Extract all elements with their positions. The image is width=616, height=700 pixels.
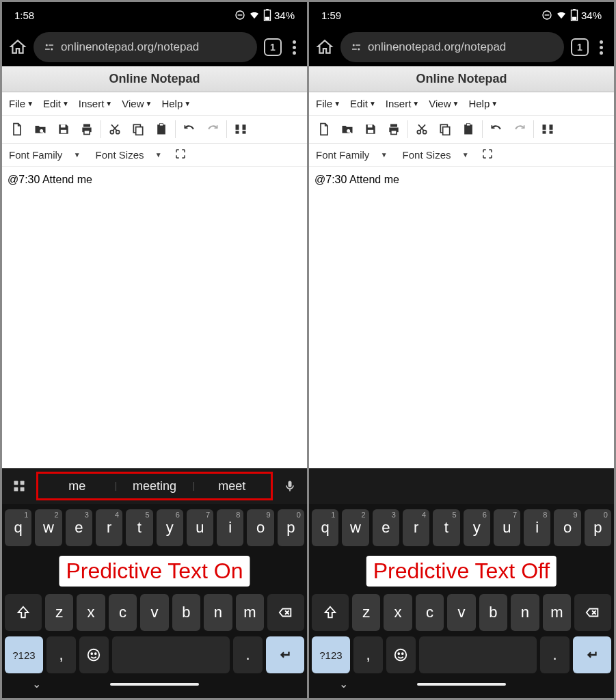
enter-key[interactable] [266, 636, 304, 673]
key-w[interactable]: w2 [35, 509, 62, 546]
key-q[interactable]: q1 [312, 509, 338, 546]
nav-pill[interactable] [110, 683, 199, 686]
key-v[interactable]: v [447, 594, 475, 631]
menu-view[interactable]: View▼ [429, 98, 459, 109]
key-r[interactable]: r4 [96, 509, 122, 546]
key-c[interactable]: c [416, 594, 444, 631]
key-i[interactable]: i8 [217, 509, 243, 546]
key-e[interactable]: e3 [66, 509, 92, 546]
menu-file[interactable]: File▼ [316, 98, 340, 109]
find-icon[interactable] [538, 120, 557, 139]
overflow-menu-icon[interactable] [289, 40, 300, 55]
comma-key[interactable]: , [46, 636, 76, 673]
backspace-key[interactable] [574, 594, 611, 631]
print-icon[interactable] [77, 120, 96, 139]
key-m[interactable]: m [543, 594, 571, 631]
suggestion-2[interactable]: meeting [116, 479, 193, 494]
overflow-menu-icon[interactable] [595, 40, 607, 55]
key-c[interactable]: c [109, 594, 137, 631]
copy-icon[interactable] [129, 120, 148, 139]
key-b[interactable]: b [479, 594, 507, 631]
key-i[interactable]: i8 [524, 509, 550, 546]
tab-count[interactable]: 1 [571, 38, 589, 56]
editor-area[interactable]: @7:30 Attend me [309, 167, 614, 468]
key-t[interactable]: t5 [433, 509, 459, 546]
open-icon[interactable] [338, 120, 357, 139]
space-key[interactable] [112, 636, 230, 673]
key-p[interactable]: p0 [585, 509, 611, 546]
copy-icon[interactable] [436, 120, 455, 139]
font-family-select[interactable]: Font Family ▼ [9, 149, 81, 161]
new-doc-icon[interactable] [314, 120, 334, 139]
key-r[interactable]: r4 [403, 509, 429, 546]
undo-icon[interactable] [180, 120, 199, 139]
menu-insert[interactable]: Insert▼ [386, 98, 419, 109]
key-z[interactable]: z [352, 594, 380, 631]
menu-help[interactable]: Help▼ [161, 98, 191, 109]
shift-key[interactable] [5, 594, 42, 631]
new-doc-icon[interactable] [8, 120, 27, 139]
key-y[interactable]: y6 [157, 509, 183, 546]
key-w[interactable]: w2 [342, 509, 369, 546]
key-u[interactable]: u7 [187, 509, 213, 546]
key-o[interactable]: o9 [554, 509, 580, 546]
font-family-select[interactable]: Font Family ▼ [316, 149, 388, 161]
key-x[interactable]: x [384, 594, 412, 631]
save-icon[interactable] [54, 120, 73, 139]
key-t[interactable]: t5 [126, 509, 152, 546]
paste-icon[interactable] [152, 120, 171, 139]
key-e[interactable]: e3 [373, 509, 399, 546]
font-size-select[interactable]: Font Sizes ▼ [96, 149, 162, 161]
key-n[interactable]: n [204, 594, 232, 631]
chevron-down-icon[interactable]: ⌄ [339, 677, 348, 690]
period-key[interactable]: . [233, 636, 263, 673]
backspace-key[interactable] [267, 594, 304, 631]
save-icon[interactable] [361, 120, 380, 139]
tab-count[interactable]: 1 [264, 38, 282, 56]
period-key[interactable]: . [540, 636, 570, 673]
comma-key[interactable]: , [353, 636, 383, 673]
key-y[interactable]: y6 [464, 509, 490, 546]
shift-key[interactable] [312, 594, 349, 631]
key-u[interactable]: u7 [494, 509, 520, 546]
home-icon[interactable] [9, 38, 27, 56]
emoji-key[interactable] [386, 636, 416, 673]
symbols-key[interactable]: ?123 [312, 636, 350, 673]
redo-icon[interactable] [203, 120, 222, 139]
menu-file[interactable]: File▼ [9, 98, 34, 109]
enter-key[interactable] [573, 636, 611, 673]
key-p[interactable]: p0 [278, 509, 304, 546]
cut-icon[interactable] [412, 120, 431, 139]
font-size-select[interactable]: Font Sizes ▼ [403, 149, 469, 161]
key-q[interactable]: q1 [5, 509, 31, 546]
find-icon[interactable] [231, 120, 250, 139]
cut-icon[interactable] [105, 120, 124, 139]
key-z[interactable]: z [45, 594, 73, 631]
home-icon[interactable] [316, 38, 334, 56]
chevron-down-icon[interactable]: ⌄ [32, 677, 41, 690]
fullscreen-icon[interactable] [481, 148, 494, 162]
print-icon[interactable] [384, 120, 403, 139]
menu-view[interactable]: View▼ [122, 98, 152, 109]
redo-icon[interactable] [510, 120, 529, 139]
url-bar[interactable]: onlinenotepad.org/notepad [340, 32, 564, 62]
key-m[interactable]: m [236, 594, 264, 631]
suggestion-1[interactable]: me [38, 479, 116, 494]
suggestion-3[interactable]: meet [193, 479, 271, 494]
open-icon[interactable] [31, 120, 50, 139]
symbols-key[interactable]: ?123 [5, 636, 43, 673]
menu-insert[interactable]: Insert▼ [79, 98, 112, 109]
key-b[interactable]: b [172, 594, 200, 631]
menu-help[interactable]: Help▼ [468, 98, 498, 109]
menu-edit[interactable]: Edit▼ [43, 98, 69, 109]
key-v[interactable]: v [140, 594, 168, 631]
nav-pill[interactable] [417, 683, 506, 686]
undo-icon[interactable] [487, 120, 506, 139]
key-x[interactable]: x [77, 594, 105, 631]
menu-edit[interactable]: Edit▼ [350, 98, 376, 109]
mic-icon[interactable] [277, 473, 303, 499]
emoji-key[interactable] [79, 636, 109, 673]
url-bar[interactable]: onlinenotepad.org/notepad [34, 32, 257, 62]
editor-area[interactable]: @7:30 Attend me [2, 167, 307, 468]
grid-icon[interactable] [6, 473, 32, 499]
